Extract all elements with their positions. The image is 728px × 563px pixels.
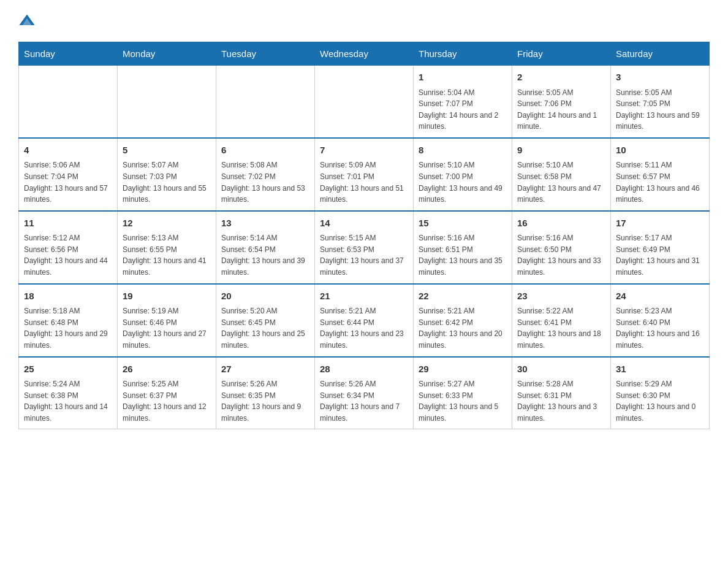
calendar-cell: 31Sunrise: 5:29 AM Sunset: 6:30 PM Dayli… <box>611 357 710 429</box>
day-info: Sunrise: 5:28 AM Sunset: 6:31 PM Dayligh… <box>517 378 605 424</box>
calendar-week-row: 11Sunrise: 5:12 AM Sunset: 6:56 PM Dayli… <box>19 211 710 284</box>
calendar-cell: 8Sunrise: 5:10 AM Sunset: 7:00 PM Daylig… <box>414 138 512 211</box>
day-info: Sunrise: 5:21 AM Sunset: 6:44 PM Dayligh… <box>320 305 408 351</box>
day-number: 6 <box>221 144 309 158</box>
calendar-cell: 22Sunrise: 5:21 AM Sunset: 6:42 PM Dayli… <box>414 284 512 357</box>
day-number: 8 <box>419 144 507 158</box>
day-number: 1 <box>419 71 507 85</box>
calendar-cell: 5Sunrise: 5:07 AM Sunset: 7:03 PM Daylig… <box>118 138 216 211</box>
day-info: Sunrise: 5:07 AM Sunset: 7:03 PM Dayligh… <box>123 159 211 205</box>
calendar-cell: 9Sunrise: 5:10 AM Sunset: 6:58 PM Daylig… <box>512 138 611 211</box>
calendar-cell: 16Sunrise: 5:16 AM Sunset: 6:50 PM Dayli… <box>512 211 611 284</box>
header-wednesday: Wednesday <box>315 42 414 66</box>
calendar-week-row: 4Sunrise: 5:06 AM Sunset: 7:04 PM Daylig… <box>19 138 710 211</box>
calendar-table: SundayMondayTuesdayWednesdayThursdayFrid… <box>18 42 710 429</box>
day-number: 28 <box>320 362 408 377</box>
calendar-cell: 3Sunrise: 5:05 AM Sunset: 7:05 PM Daylig… <box>611 66 710 138</box>
calendar-cell: 20Sunrise: 5:20 AM Sunset: 6:45 PM Dayli… <box>216 284 315 357</box>
calendar-cell <box>118 66 216 138</box>
day-number: 17 <box>616 216 704 231</box>
day-number: 9 <box>517 144 605 158</box>
calendar-cell: 29Sunrise: 5:27 AM Sunset: 6:33 PM Dayli… <box>414 357 512 429</box>
day-info: Sunrise: 5:09 AM Sunset: 7:01 PM Dayligh… <box>320 159 408 205</box>
day-info: Sunrise: 5:06 AM Sunset: 7:04 PM Dayligh… <box>24 159 112 205</box>
day-info: Sunrise: 5:08 AM Sunset: 7:02 PM Dayligh… <box>221 159 309 205</box>
calendar-cell: 17Sunrise: 5:17 AM Sunset: 6:49 PM Dayli… <box>611 211 710 284</box>
calendar-cell: 23Sunrise: 5:22 AM Sunset: 6:41 PM Dayli… <box>512 284 611 357</box>
day-info: Sunrise: 5:18 AM Sunset: 6:48 PM Dayligh… <box>24 305 112 351</box>
header-thursday: Thursday <box>414 42 512 66</box>
calendar-cell: 15Sunrise: 5:16 AM Sunset: 6:51 PM Dayli… <box>414 211 512 284</box>
day-number: 14 <box>320 216 408 231</box>
day-info: Sunrise: 5:13 AM Sunset: 6:55 PM Dayligh… <box>123 232 211 278</box>
header-saturday: Saturday <box>611 42 710 66</box>
calendar-cell: 12Sunrise: 5:13 AM Sunset: 6:55 PM Dayli… <box>118 211 216 284</box>
day-number: 24 <box>616 289 704 304</box>
day-info: Sunrise: 5:25 AM Sunset: 6:37 PM Dayligh… <box>123 378 211 424</box>
logo-icon <box>18 12 36 29</box>
day-number: 27 <box>221 362 309 377</box>
day-number: 11 <box>24 216 112 231</box>
day-info: Sunrise: 5:29 AM Sunset: 6:30 PM Dayligh… <box>616 378 704 424</box>
day-info: Sunrise: 5:20 AM Sunset: 6:45 PM Dayligh… <box>221 305 309 351</box>
header-sunday: Sunday <box>19 42 118 66</box>
day-info: Sunrise: 5:15 AM Sunset: 6:53 PM Dayligh… <box>320 232 408 278</box>
logo <box>18 12 39 29</box>
day-number: 26 <box>123 362 211 377</box>
day-info: Sunrise: 5:04 AM Sunset: 7:07 PM Dayligh… <box>419 87 507 132</box>
day-info: Sunrise: 5:26 AM Sunset: 6:34 PM Dayligh… <box>320 378 408 424</box>
day-number: 10 <box>616 144 704 158</box>
calendar-week-row: 25Sunrise: 5:24 AM Sunset: 6:38 PM Dayli… <box>19 357 710 429</box>
day-info: Sunrise: 5:14 AM Sunset: 6:54 PM Dayligh… <box>221 232 309 278</box>
calendar-cell: 28Sunrise: 5:26 AM Sunset: 6:34 PM Dayli… <box>315 357 414 429</box>
calendar-cell: 10Sunrise: 5:11 AM Sunset: 6:57 PM Dayli… <box>611 138 710 211</box>
day-info: Sunrise: 5:11 AM Sunset: 6:57 PM Dayligh… <box>616 159 704 205</box>
day-number: 21 <box>320 289 408 304</box>
calendar-cell: 26Sunrise: 5:25 AM Sunset: 6:37 PM Dayli… <box>118 357 216 429</box>
day-number: 3 <box>616 71 704 85</box>
day-info: Sunrise: 5:23 AM Sunset: 6:40 PM Dayligh… <box>616 305 704 351</box>
calendar-header-row: SundayMondayTuesdayWednesdayThursdayFrid… <box>19 42 710 66</box>
header-tuesday: Tuesday <box>216 42 315 66</box>
day-number: 13 <box>221 216 309 231</box>
calendar-cell <box>315 66 414 138</box>
page-header <box>18 12 710 29</box>
calendar-cell <box>216 66 315 138</box>
calendar-cell: 21Sunrise: 5:21 AM Sunset: 6:44 PM Dayli… <box>315 284 414 357</box>
calendar-week-row: 18Sunrise: 5:18 AM Sunset: 6:48 PM Dayli… <box>19 284 710 357</box>
day-number: 20 <box>221 289 309 304</box>
calendar-cell: 27Sunrise: 5:26 AM Sunset: 6:35 PM Dayli… <box>216 357 315 429</box>
day-info: Sunrise: 5:27 AM Sunset: 6:33 PM Dayligh… <box>419 378 507 424</box>
calendar-cell: 2Sunrise: 5:05 AM Sunset: 7:06 PM Daylig… <box>512 66 611 138</box>
day-info: Sunrise: 5:17 AM Sunset: 6:49 PM Dayligh… <box>616 232 704 278</box>
calendar-week-row: 1Sunrise: 5:04 AM Sunset: 7:07 PM Daylig… <box>19 66 710 138</box>
day-number: 23 <box>517 289 605 304</box>
day-number: 7 <box>320 144 408 158</box>
day-info: Sunrise: 5:26 AM Sunset: 6:35 PM Dayligh… <box>221 378 309 424</box>
header-friday: Friday <box>512 42 611 66</box>
day-number: 30 <box>517 362 605 377</box>
day-number: 19 <box>123 289 211 304</box>
calendar-cell <box>19 66 118 138</box>
day-info: Sunrise: 5:16 AM Sunset: 6:50 PM Dayligh… <box>517 232 605 278</box>
day-number: 16 <box>517 216 605 231</box>
day-number: 15 <box>419 216 507 231</box>
calendar-cell: 7Sunrise: 5:09 AM Sunset: 7:01 PM Daylig… <box>315 138 414 211</box>
header-monday: Monday <box>118 42 216 66</box>
day-info: Sunrise: 5:22 AM Sunset: 6:41 PM Dayligh… <box>517 305 605 351</box>
calendar-cell: 1Sunrise: 5:04 AM Sunset: 7:07 PM Daylig… <box>414 66 512 138</box>
day-info: Sunrise: 5:21 AM Sunset: 6:42 PM Dayligh… <box>419 305 507 351</box>
calendar-cell: 6Sunrise: 5:08 AM Sunset: 7:02 PM Daylig… <box>216 138 315 211</box>
day-number: 31 <box>616 362 704 377</box>
day-info: Sunrise: 5:05 AM Sunset: 7:06 PM Dayligh… <box>517 87 605 132</box>
calendar-cell: 14Sunrise: 5:15 AM Sunset: 6:53 PM Dayli… <box>315 211 414 284</box>
calendar-cell: 11Sunrise: 5:12 AM Sunset: 6:56 PM Dayli… <box>19 211 118 284</box>
day-number: 2 <box>517 71 605 85</box>
day-info: Sunrise: 5:05 AM Sunset: 7:05 PM Dayligh… <box>616 87 704 132</box>
day-number: 12 <box>123 216 211 231</box>
calendar-cell: 24Sunrise: 5:23 AM Sunset: 6:40 PM Dayli… <box>611 284 710 357</box>
calendar-cell: 18Sunrise: 5:18 AM Sunset: 6:48 PM Dayli… <box>19 284 118 357</box>
day-info: Sunrise: 5:10 AM Sunset: 6:58 PM Dayligh… <box>517 159 605 205</box>
day-info: Sunrise: 5:12 AM Sunset: 6:56 PM Dayligh… <box>24 232 112 278</box>
calendar-cell: 30Sunrise: 5:28 AM Sunset: 6:31 PM Dayli… <box>512 357 611 429</box>
